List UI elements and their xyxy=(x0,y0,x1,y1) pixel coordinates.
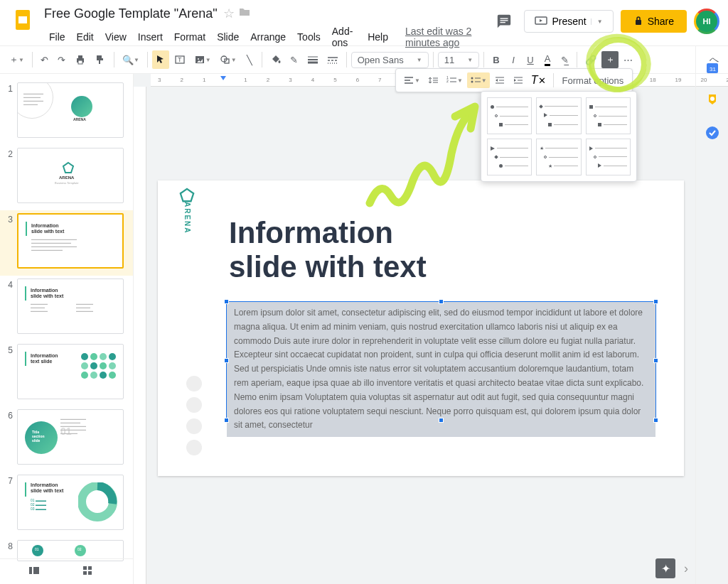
select-tool[interactable] xyxy=(152,50,169,69)
font-size-selector[interactable]: 11▼ xyxy=(438,52,479,68)
svg-rect-55 xyxy=(88,571,92,575)
paint-format-button[interactable] xyxy=(91,50,109,70)
menu-slide[interactable]: Slide xyxy=(212,28,244,45)
present-button[interactable]: Present ▼ xyxy=(524,10,613,33)
body-textbox-selected[interactable]: Lorem ipsum dolor sit amet, consectetur … xyxy=(226,301,656,421)
slide-thumbnail[interactable]: Information slide with text 01 ▬▬▬02 ▬▬▬… xyxy=(17,475,124,530)
view-mode-bar xyxy=(0,558,134,584)
share-button[interactable]: Share xyxy=(621,10,687,33)
image-tool[interactable]: ▼ xyxy=(191,50,215,70)
thumb-number: 2 xyxy=(6,148,17,159)
menu-arrange[interactable]: Arrange xyxy=(245,28,291,45)
slide-canvas-area: 32112345678910111213141516171819202122 A… xyxy=(134,74,728,584)
menu-addons[interactable]: Add-ons xyxy=(327,23,361,51)
present-dropdown-icon[interactable]: ▼ xyxy=(591,18,603,25)
more-button[interactable]: ⋯ xyxy=(620,50,636,70)
menu-insert[interactable]: Insert xyxy=(133,28,168,45)
border-weight-button[interactable] xyxy=(304,51,322,68)
menubar: File Edit View Insert Format Slide Arran… xyxy=(44,23,491,51)
bold-button[interactable]: B xyxy=(488,50,504,70)
slide-thumbnail[interactable]: Titlesectionslide 01 ▬▬▬▬▬▬▬▬▬▬▬▬▬▬▬▬▬▬▬… xyxy=(17,409,124,465)
keep-icon[interactable] xyxy=(705,92,720,108)
thumb-number: 3 xyxy=(6,213,17,225)
calendar-icon[interactable]: 31 xyxy=(705,60,720,75)
line-tool[interactable]: ╲ xyxy=(242,50,257,70)
slide-thumbnail-selected[interactable]: Information slide with text ▬▬▬▬▬▬▬▬▬▬▬▬… xyxy=(17,213,124,269)
format-options-button[interactable]: Format options xyxy=(558,75,628,86)
grid-view-icon[interactable] xyxy=(82,566,92,578)
text-color-button[interactable]: A xyxy=(540,49,555,70)
print-button[interactable] xyxy=(71,50,90,70)
last-edit-link[interactable]: Last edit was 2 minutes ago xyxy=(400,23,491,51)
underline-button[interactable]: U xyxy=(523,50,538,70)
filmstrip-view-icon[interactable] xyxy=(28,566,40,578)
bulleted-list-button[interactable]: ▼ xyxy=(467,72,490,88)
italic-button[interactable]: I xyxy=(505,50,521,70)
document-title[interactable]: Free Google Template "Arena" xyxy=(44,6,218,21)
svg-rect-1 xyxy=(18,16,27,23)
fill-color-button[interactable] xyxy=(267,50,285,70)
svg-rect-51 xyxy=(33,567,39,574)
bullet-style-popover: ★ ★ xyxy=(481,91,637,182)
menu-file[interactable]: File xyxy=(44,28,70,45)
slide-thumbnail[interactable]: Information slide with text ▬▬▬▬▬▬▬▬▬▬▬▬… xyxy=(17,279,124,334)
thumb-number: 7 xyxy=(6,475,17,486)
bullet-preset-arrow[interactable] xyxy=(487,139,532,175)
comments-icon[interactable] xyxy=(491,9,517,34)
new-slide-button[interactable]: ＋▼ xyxy=(6,49,28,70)
svg-rect-9 xyxy=(78,60,82,64)
menu-edit[interactable]: Edit xyxy=(72,28,99,45)
slide-title[interactable]: Information slide with text xyxy=(229,216,427,285)
textbox-tool[interactable]: T xyxy=(171,50,189,70)
zoom-button[interactable]: 🔍▼ xyxy=(119,50,143,70)
bullet-preset-diamond[interactable] xyxy=(536,97,581,134)
menu-help[interactable]: Help xyxy=(363,28,393,45)
slide-canvas[interactable]: ARENA Information slide with text Lorem … xyxy=(158,180,684,476)
slide-thumbnail[interactable]: ARENA Business Template xyxy=(17,148,124,203)
bullet-preset-check[interactable] xyxy=(586,97,631,134)
line-spacing-button[interactable] xyxy=(424,72,441,88)
svg-rect-52 xyxy=(83,566,87,570)
numbered-list-button[interactable]: 12▼ xyxy=(443,72,466,88)
svg-point-16 xyxy=(278,60,280,63)
add-comment-button[interactable]: ＋ xyxy=(601,51,619,68)
clear-formatting-button[interactable]: T✕ xyxy=(528,71,549,90)
tasks-icon[interactable] xyxy=(705,125,720,141)
bullet-preset-arrow2[interactable] xyxy=(586,139,631,175)
hide-panel-icon[interactable]: › xyxy=(684,561,688,576)
menu-tools[interactable]: Tools xyxy=(292,28,326,45)
svg-point-13 xyxy=(198,58,199,60)
share-label: Share xyxy=(648,16,674,27)
body-text[interactable]: Lorem ipsum dolor sit amet, consectetur … xyxy=(227,302,655,437)
paragraph-toolbar: ▼ 12▼ ▼ T✕ Format options xyxy=(395,68,633,92)
slide-thumbnail[interactable]: Information text slide xyxy=(17,344,124,399)
undo-button[interactable]: ↶ xyxy=(37,50,53,70)
vertical-ruler xyxy=(134,87,146,584)
increase-indent-button[interactable] xyxy=(510,72,527,88)
link-button[interactable]: 🔗 xyxy=(582,50,600,70)
thumb-number: 1 xyxy=(6,82,17,94)
explore-button[interactable]: ✦ xyxy=(655,558,675,578)
slides-logo-icon[interactable] xyxy=(9,6,37,34)
slide-thumbnail[interactable]: ▬▬▬▬▬▬▬▬▬▬▬▬▬▬▬▬▬▬▬▬▬▬▬▬▬ ARENA xyxy=(17,82,124,138)
decrease-indent-button[interactable] xyxy=(491,72,508,88)
thumb-number: 6 xyxy=(6,409,17,421)
svg-marker-45 xyxy=(181,189,193,201)
avatar[interactable]: HI xyxy=(694,9,719,34)
bullet-preset-star[interactable]: ★ ★ xyxy=(536,139,581,175)
menu-view[interactable]: View xyxy=(100,28,132,45)
brand-text: ARENA xyxy=(183,202,191,234)
font-selector[interactable]: Open Sans▼ xyxy=(351,52,429,68)
redo-button[interactable]: ↷ xyxy=(54,50,70,70)
bullet-preset-disc[interactable] xyxy=(487,97,532,134)
border-color-button[interactable]: ✎ xyxy=(287,50,302,70)
shape-tool[interactable]: ▼ xyxy=(216,50,240,70)
align-button[interactable]: ▼ xyxy=(400,72,423,88)
move-folder-icon[interactable] xyxy=(239,6,250,21)
highlight-color-button[interactable]: ✎̲ xyxy=(557,50,572,70)
star-icon[interactable]: ☆ xyxy=(223,6,235,21)
menu-format[interactable]: Format xyxy=(169,28,210,45)
thumb-number: 5 xyxy=(6,344,17,355)
border-dash-button[interactable] xyxy=(323,51,342,68)
svg-rect-54 xyxy=(83,571,87,575)
